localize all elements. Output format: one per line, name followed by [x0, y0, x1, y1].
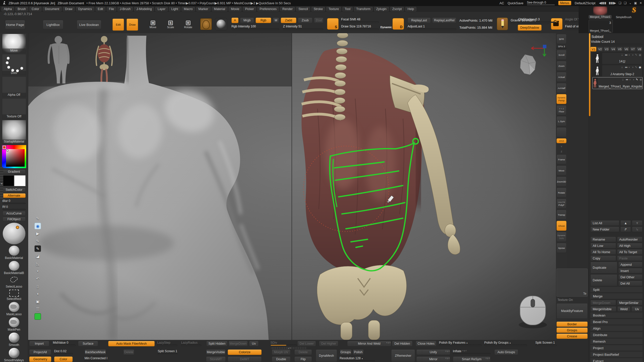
color-preview-sphere[interactable] — [3, 223, 25, 244]
pencil-icon[interactable] — [497, 18, 508, 30]
scroll-button[interactable]: Scroll — [556, 50, 567, 60]
min-connected-slider[interactable]: Min Connected I — [85, 356, 108, 361]
aahalf-button[interactable]: AAHalf — [556, 83, 567, 93]
rot-y-button[interactable]: Y — [556, 144, 567, 148]
move-up-button[interactable]: ▲ — [620, 220, 631, 226]
switchcolor-button[interactable]: SwitchColor — [3, 188, 26, 192]
menu-item[interactable]: Zplugin — [374, 7, 389, 11]
section-extract[interactable]: Extract — [590, 358, 642, 362]
subtool-version-tab[interactable]: V3 — [603, 47, 610, 52]
spix-slider[interactable]: SPix 3 — [556, 45, 567, 49]
autoreorder-button[interactable]: AutoReorder — [617, 237, 643, 242]
live-boolean-button[interactable]: Live Boolean — [77, 20, 101, 29]
menu-item[interactable]: Dynamics — [76, 7, 94, 11]
del-higher-button[interactable]: Del Higher — [319, 341, 338, 346]
sdiv-slider[interactable]: SDiv — [270, 341, 297, 346]
delete-button[interactable]: Delete — [123, 349, 134, 355]
pen-off-icon[interactable]: ✎ — [34, 238, 41, 244]
menu-item[interactable]: Brush — [15, 7, 28, 11]
weld-button[interactable]: Weld — [617, 306, 631, 312]
solo-button[interactable]: Dynamic Solo — [556, 232, 567, 242]
transp-button[interactable]: Transp — [556, 210, 567, 220]
rot-z-button[interactable]: Z — [556, 149, 567, 153]
polish-by-features-slider[interactable]: Polish By Features● — [439, 341, 482, 346]
switch-color-swatches[interactable] — [3, 175, 26, 186]
menu-item[interactable]: Layer — [155, 7, 168, 11]
colorize-button[interactable]: Colorize — [228, 349, 262, 355]
frame-button[interactable]: Frame — [556, 154, 567, 164]
camera-lock-button[interactable] — [556, 127, 567, 137]
split-hidden-button[interactable]: Split Hidden — [206, 341, 228, 346]
menu-item[interactable]: Material — [212, 7, 227, 11]
subtool-version-tab[interactable]: V2 — [597, 47, 603, 52]
mask-by-feature-button[interactable]: MaskByFeature — [556, 303, 588, 319]
del-hidden-button[interactable]: Del Hidden — [392, 341, 413, 346]
color-swatch-green[interactable] — [34, 313, 41, 320]
move-into-folder-button[interactable]: ↱ — [620, 227, 631, 232]
minimize-button[interactable]: ⌄ — [629, 1, 632, 5]
mrgb-button[interactable]: Mrgb — [240, 18, 254, 23]
xyz-button[interactable]: XYZ — [556, 138, 567, 143]
focal-shift-slider[interactable]: Focal Shift 48 — [341, 18, 379, 23]
mergedown-button[interactable]: MergeDown — [228, 341, 248, 346]
tool-preview-image[interactable] — [593, 7, 607, 15]
alternate-button[interactable]: Alternate — [3, 193, 26, 198]
delete-subtool-button[interactable]: Delete — [590, 274, 617, 286]
rgb-button[interactable]: Rgb — [256, 18, 271, 23]
menu-item[interactable]: Color — [29, 7, 42, 11]
mask-lasso-sphere[interactable] — [9, 302, 19, 312]
zoom-button[interactable]: Zoom — [556, 61, 567, 71]
list-all-button[interactable]: List All — [590, 220, 619, 226]
section-bevel-pro[interactable]: Bevel Pro — [590, 319, 642, 325]
menu-item[interactable]: Transform — [354, 7, 373, 11]
see-through-slider[interactable]: See-through 0 — [527, 1, 555, 5]
basic-material-sphere[interactable] — [9, 246, 19, 256]
duplicate-button[interactable]: Duplicate — [590, 262, 617, 274]
color-button[interactable]: Color — [54, 356, 73, 362]
new-folder-button[interactable]: New Folder — [590, 227, 619, 232]
subtool-item-icons[interactable]: ⇣ ●● ◐ ◑ ✎ ◉ — [603, 66, 641, 69]
menu-item[interactable]: Marker — [196, 7, 211, 11]
menu-item[interactable]: Macro — [182, 7, 195, 11]
material-thumbnail[interactable]: StartupMaterial — [2, 120, 26, 144]
edit-button[interactable]: Edit — [112, 19, 124, 31]
ruler-icon[interactable]: ◺ — [34, 260, 41, 267]
xpose-button[interactable]: Xpose — [556, 243, 567, 253]
lazystep-slider[interactable]: LazyStep — [157, 341, 177, 346]
section-boolean[interactable]: Boolean — [590, 312, 642, 318]
menu-item[interactable]: Stencil — [296, 7, 310, 11]
tool-tab[interactable]: Merged_TPose1 — [589, 15, 612, 19]
floor-button[interactable]: X Y Z Floor — [556, 105, 567, 115]
Merged_TPose1_Ryan_Kingslie[interactable]: ⇣ ●● ◐ ◑ ✎ ◉ Merged_TPose1_Ryan_Kingslie — [592, 77, 642, 89]
delete-2-button[interactable]: Delete — [294, 349, 312, 355]
morph-uv-button[interactable]: Morph UV — [272, 349, 291, 355]
unify-button[interactable]: Unifyx y z — [416, 349, 450, 355]
scale-button[interactable]: S Scale — [165, 19, 176, 31]
subtool-scrollbar[interactable] — [589, 33, 590, 116]
z-intensity-slider[interactable]: Z Intensity 51 — [283, 25, 323, 30]
brush-thumbnail[interactable]: Move — [2, 34, 26, 53]
eye-icon[interactable]: ◉ — [34, 223, 41, 229]
pen-icon[interactable]: ✎ — [34, 215, 41, 222]
saturation-square[interactable] — [6, 149, 25, 166]
mask-pen-sphere[interactable] — [9, 317, 19, 327]
select-lasso-icon[interactable] — [9, 276, 20, 284]
menu-item[interactable]: Movie — [229, 7, 242, 11]
menu-item[interactable]: Zscript — [390, 7, 404, 11]
projectall-button[interactable]: ProjectAll — [29, 349, 51, 355]
deepshadow-button[interactable]: DeepShadow — [518, 25, 542, 31]
split-section[interactable]: Split — [590, 287, 642, 293]
visible-count-slider[interactable] — [591, 44, 642, 45]
swatch-white[interactable] — [14, 175, 26, 186]
lightbox-button[interactable]: LightBox — [43, 20, 63, 29]
draw-size-slider[interactable]: Draw Size 119.78716 — [341, 25, 379, 30]
rotate-view-button[interactable]: Rotate — [556, 188, 567, 198]
zsub-button[interactable]: Zsub — [298, 18, 312, 23]
del-other-button[interactable]: Del Other — [618, 274, 643, 280]
auto-mask-fibermesh-button[interactable]: Auto Mask FiberMesh — [108, 341, 155, 346]
section-project-basrelief[interactable]: Project BasRelief — [590, 352, 642, 357]
subtool-version-tab[interactable]: V7 — [630, 47, 636, 52]
menu-item[interactable]: Help — [405, 7, 416, 11]
quicksave-button[interactable]: QuickSave — [508, 1, 524, 5]
screenshot-icon[interactable]: ▣ — [34, 298, 41, 305]
